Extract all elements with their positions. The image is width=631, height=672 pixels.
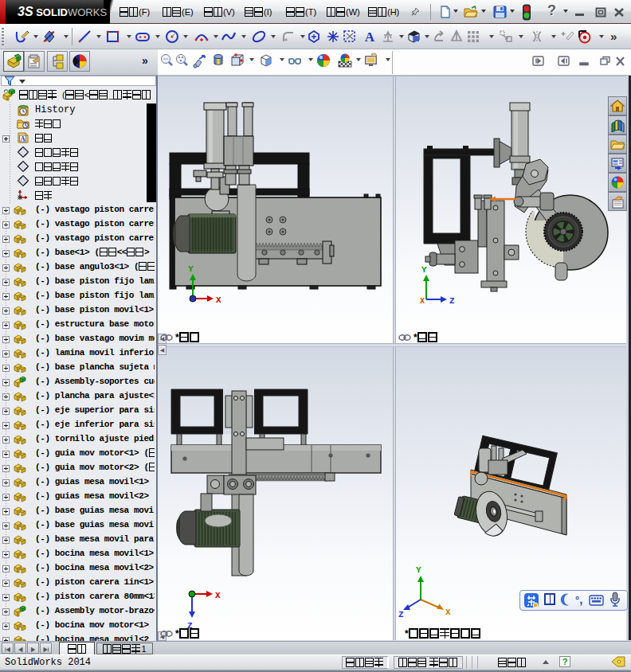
- svg-text:Z: Z: [187, 621, 193, 631]
- svg-text:X: X: [445, 608, 451, 617]
- svg-text:Y: Y: [421, 265, 427, 275]
- svg-text:X: X: [420, 297, 425, 306]
- svg-text:A: A: [365, 29, 375, 45]
- svg-text:Z: Z: [398, 610, 404, 619]
- svg-text:Z: Z: [449, 296, 455, 306]
- svg-text:Y: Y: [188, 264, 194, 274]
- svg-text:X: X: [215, 591, 221, 600]
- svg-text:Y: Y: [416, 565, 421, 575]
- svg-text:X: X: [216, 295, 221, 305]
